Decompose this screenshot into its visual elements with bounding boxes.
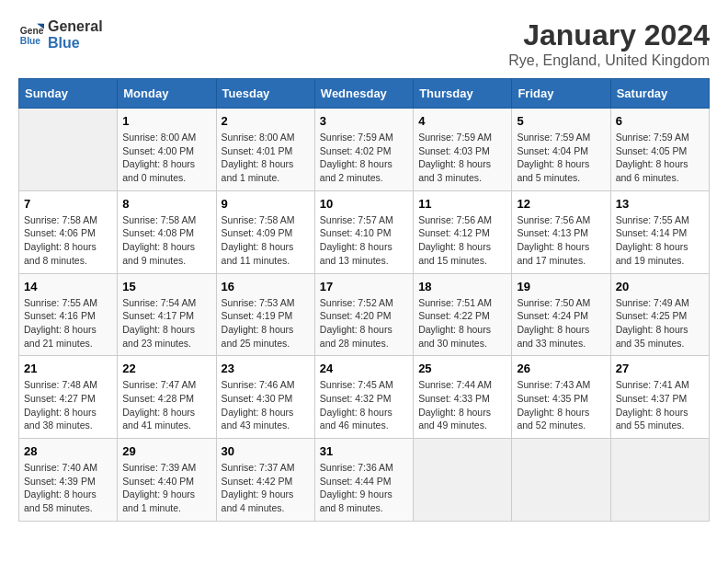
- calendar-cell: 12Sunrise: 7:56 AM Sunset: 4:13 PM Dayli…: [512, 190, 610, 273]
- day-number: 19: [517, 280, 605, 293]
- day-number: 14: [24, 280, 112, 293]
- day-number: 8: [122, 197, 210, 211]
- calendar-cell: 22Sunrise: 7:47 AM Sunset: 4:28 PM Dayli…: [118, 356, 216, 439]
- day-info: Sunrise: 7:47 AM Sunset: 4:28 PM Dayligh…: [122, 378, 210, 432]
- day-info: Sunrise: 7:55 AM Sunset: 4:14 PM Dayligh…: [616, 213, 704, 268]
- day-number: 1: [122, 114, 210, 128]
- svg-text:General: General: [20, 26, 44, 36]
- day-number: 13: [616, 197, 704, 211]
- day-info: Sunrise: 7:44 AM Sunset: 4:33 PM Dayligh…: [418, 378, 506, 432]
- day-number: 15: [122, 280, 210, 293]
- calendar-cell: [19, 109, 118, 191]
- calendar-cell: 28Sunrise: 7:40 AM Sunset: 4:39 PM Dayli…: [19, 439, 118, 522]
- calendar-cell: 24Sunrise: 7:45 AM Sunset: 4:32 PM Dayli…: [314, 356, 413, 439]
- calendar-cell: 9Sunrise: 7:58 AM Sunset: 4:09 PM Daylig…: [216, 190, 314, 273]
- day-info: Sunrise: 7:49 AM Sunset: 4:25 PM Dayligh…: [616, 296, 704, 350]
- calendar-cell: 6Sunrise: 7:59 AM Sunset: 4:05 PM Daylig…: [610, 109, 709, 191]
- day-number: 20: [616, 280, 704, 293]
- calendar-cell: 11Sunrise: 7:56 AM Sunset: 4:12 PM Dayli…: [414, 190, 512, 273]
- logo-icon: General Blue: [18, 22, 44, 48]
- day-of-week-header: Saturday: [610, 79, 709, 109]
- day-of-week-header: Monday: [118, 79, 216, 109]
- logo: General Blue General Blue: [18, 18, 103, 52]
- calendar-cell: 19Sunrise: 7:50 AM Sunset: 4:24 PM Dayli…: [512, 273, 610, 356]
- day-info: Sunrise: 7:37 AM Sunset: 4:42 PM Dayligh…: [222, 461, 310, 515]
- day-info: Sunrise: 7:59 AM Sunset: 4:02 PM Dayligh…: [320, 131, 408, 185]
- day-number: 31: [320, 444, 408, 458]
- calendar-cell: 15Sunrise: 7:54 AM Sunset: 4:17 PM Dayli…: [118, 273, 216, 356]
- day-info: Sunrise: 7:58 AM Sunset: 4:06 PM Dayligh…: [24, 213, 112, 268]
- calendar-cell: 13Sunrise: 7:55 AM Sunset: 4:14 PM Dayli…: [610, 190, 709, 273]
- page-title: January 2024: [508, 18, 710, 52]
- day-number: 18: [418, 280, 506, 293]
- day-number: 3: [320, 114, 408, 128]
- day-number: 9: [222, 197, 310, 211]
- day-number: 26: [517, 362, 605, 375]
- day-number: 25: [418, 362, 506, 375]
- day-info: Sunrise: 7:36 AM Sunset: 4:44 PM Dayligh…: [320, 461, 408, 515]
- calendar-cell: 4Sunrise: 7:59 AM Sunset: 4:03 PM Daylig…: [414, 109, 512, 191]
- day-info: Sunrise: 7:56 AM Sunset: 4:13 PM Dayligh…: [517, 213, 605, 268]
- day-info: Sunrise: 7:39 AM Sunset: 4:40 PM Dayligh…: [122, 461, 210, 515]
- day-of-week-header: Thursday: [414, 79, 512, 109]
- calendar-cell: 25Sunrise: 7:44 AM Sunset: 4:33 PM Dayli…: [414, 356, 512, 439]
- day-info: Sunrise: 7:46 AM Sunset: 4:30 PM Dayligh…: [222, 378, 310, 432]
- calendar-week-row: 7Sunrise: 7:58 AM Sunset: 4:06 PM Daylig…: [19, 190, 710, 273]
- day-number: 28: [24, 444, 112, 458]
- day-number: 29: [122, 444, 210, 458]
- calendar-cell: 5Sunrise: 7:59 AM Sunset: 4:04 PM Daylig…: [512, 109, 610, 191]
- day-info: Sunrise: 7:53 AM Sunset: 4:19 PM Dayligh…: [222, 296, 310, 350]
- calendar-cell: 26Sunrise: 7:43 AM Sunset: 4:35 PM Dayli…: [512, 356, 610, 439]
- day-number: 4: [418, 114, 506, 128]
- day-number: 11: [418, 197, 506, 211]
- day-number: 17: [320, 280, 408, 293]
- calendar-cell: 27Sunrise: 7:41 AM Sunset: 4:37 PM Dayli…: [610, 356, 709, 439]
- day-number: 24: [320, 362, 408, 375]
- day-info: Sunrise: 7:55 AM Sunset: 4:16 PM Dayligh…: [24, 296, 112, 350]
- day-number: 27: [616, 362, 704, 375]
- day-info: Sunrise: 7:56 AM Sunset: 4:12 PM Dayligh…: [418, 213, 506, 268]
- day-info: Sunrise: 7:58 AM Sunset: 4:08 PM Dayligh…: [122, 213, 210, 268]
- calendar-cell: 8Sunrise: 7:58 AM Sunset: 4:08 PM Daylig…: [118, 190, 216, 273]
- svg-text:Blue: Blue: [20, 36, 41, 46]
- title-area: January 2024 Rye, England, United Kingdo…: [508, 18, 710, 69]
- calendar-cell: 18Sunrise: 7:51 AM Sunset: 4:22 PM Dayli…: [414, 273, 512, 356]
- day-number: 7: [24, 197, 112, 211]
- day-info: Sunrise: 7:40 AM Sunset: 4:39 PM Dayligh…: [24, 461, 112, 515]
- calendar-cell: 16Sunrise: 7:53 AM Sunset: 4:19 PM Dayli…: [216, 273, 314, 356]
- calendar-table: SundayMondayTuesdayWednesdayThursdayFrid…: [18, 78, 710, 522]
- day-info: Sunrise: 7:50 AM Sunset: 4:24 PM Dayligh…: [517, 296, 605, 350]
- calendar-week-row: 21Sunrise: 7:48 AM Sunset: 4:27 PM Dayli…: [19, 356, 710, 439]
- day-info: Sunrise: 7:59 AM Sunset: 4:04 PM Dayligh…: [517, 131, 605, 185]
- logo-general-text: General: [48, 18, 103, 34]
- calendar-week-row: 1Sunrise: 8:00 AM Sunset: 4:00 PM Daylig…: [19, 109, 710, 191]
- day-of-week-header: Tuesday: [216, 79, 314, 109]
- day-of-week-header: Friday: [512, 79, 610, 109]
- day-number: 6: [616, 114, 704, 128]
- calendar-cell: [610, 439, 709, 522]
- calendar-cell: [512, 439, 610, 522]
- day-number: 16: [222, 280, 310, 293]
- day-info: Sunrise: 8:00 AM Sunset: 4:00 PM Dayligh…: [122, 131, 210, 185]
- day-info: Sunrise: 7:41 AM Sunset: 4:37 PM Dayligh…: [616, 378, 704, 432]
- calendar-week-row: 28Sunrise: 7:40 AM Sunset: 4:39 PM Dayli…: [19, 439, 710, 522]
- calendar-cell: 14Sunrise: 7:55 AM Sunset: 4:16 PM Dayli…: [19, 273, 118, 356]
- day-info: Sunrise: 7:59 AM Sunset: 4:05 PM Dayligh…: [616, 131, 704, 185]
- calendar-week-row: 14Sunrise: 7:55 AM Sunset: 4:16 PM Dayli…: [19, 273, 710, 356]
- calendar-cell: 20Sunrise: 7:49 AM Sunset: 4:25 PM Dayli…: [610, 273, 709, 356]
- calendar-cell: 3Sunrise: 7:59 AM Sunset: 4:02 PM Daylig…: [314, 109, 413, 191]
- calendar-cell: 29Sunrise: 7:39 AM Sunset: 4:40 PM Dayli…: [118, 439, 216, 522]
- day-number: 5: [517, 114, 605, 128]
- day-info: Sunrise: 7:52 AM Sunset: 4:20 PM Dayligh…: [320, 296, 408, 350]
- day-info: Sunrise: 7:51 AM Sunset: 4:22 PM Dayligh…: [418, 296, 506, 350]
- calendar-cell: 2Sunrise: 8:00 AM Sunset: 4:01 PM Daylig…: [216, 109, 314, 191]
- day-info: Sunrise: 8:00 AM Sunset: 4:01 PM Dayligh…: [222, 131, 310, 185]
- day-of-week-header: Wednesday: [314, 79, 413, 109]
- day-number: 10: [320, 197, 408, 211]
- calendar-cell: 7Sunrise: 7:58 AM Sunset: 4:06 PM Daylig…: [19, 190, 118, 273]
- day-number: 23: [222, 362, 310, 375]
- logo-blue-text: Blue: [48, 35, 80, 51]
- calendar-cell: 23Sunrise: 7:46 AM Sunset: 4:30 PM Dayli…: [216, 356, 314, 439]
- calendar-cell: 1Sunrise: 8:00 AM Sunset: 4:00 PM Daylig…: [118, 109, 216, 191]
- calendar-cell: 21Sunrise: 7:48 AM Sunset: 4:27 PM Dayli…: [19, 356, 118, 439]
